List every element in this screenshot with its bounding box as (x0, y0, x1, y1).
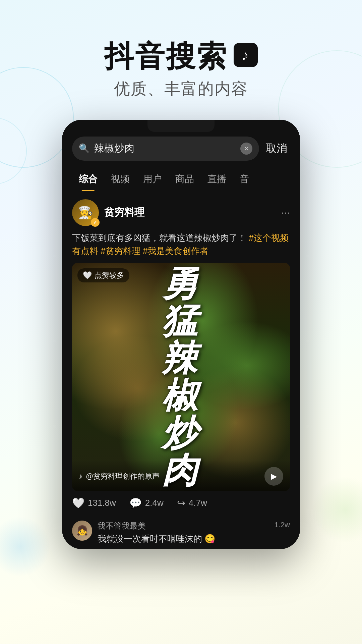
tiktok-small-icon: ♪ (79, 472, 82, 481)
tab-综合[interactable]: 综合 (72, 167, 104, 191)
tab-音[interactable]: 音 (233, 167, 256, 191)
shares-value: 4.7w (189, 498, 207, 508)
share-icon: ↪ (177, 497, 185, 509)
header-section: 抖音搜索 ♪ 优质、丰富的内容 (0, 0, 362, 120)
comments-value: 2.4w (145, 498, 164, 508)
title-text: 抖音搜索 (104, 40, 228, 73)
video-overlay-text: 勇 猛 辣 椒 炒 肉 (162, 265, 198, 489)
phone-wrapper: 🔍 辣椒炒肉 ✕ 取消 综合 视频 用户 商品 (0, 120, 362, 549)
verified-badge: ✓ (91, 218, 100, 227)
engagement-bar: 🤍 131.8w 💬 2.4w ↪ 4.7w (72, 491, 290, 515)
video-text-line-6: 肉 (162, 451, 198, 489)
search-clear-button[interactable]: ✕ (240, 143, 252, 155)
phone-frame: 🔍 辣椒炒肉 ✕ 取消 综合 视频 用户 商品 (62, 120, 300, 549)
comment-content: 我不管我最美 我就没一次看时不咽唾沫的 😋 (98, 521, 269, 545)
likes-count[interactable]: 🤍 131.8w (72, 497, 116, 509)
video-container[interactable]: 勇 猛 辣 椒 炒 肉 🤍 点赞较多 ♪ (72, 263, 290, 491)
comment-icon: 💬 (129, 497, 142, 509)
post-text: 下饭菜到底有多凶猛，就看这道辣椒炒肉了！ #这个视频有点料 #贫穷料理 #我是美… (72, 231, 290, 258)
user-name[interactable]: 贫穷料理 (104, 206, 144, 219)
comment-preview: 👧 我不管我最美 我就没一次看时不咽唾沫的 😋 1.2w (72, 515, 290, 545)
more-options-button[interactable]: ··· (281, 206, 290, 219)
tab-label-4: 直播 (207, 174, 226, 184)
video-text-line-5: 炒 (162, 414, 198, 451)
tab-label-3: 商品 (175, 174, 194, 184)
likes-badge: 🤍 点赞较多 (77, 268, 129, 282)
tab-商品[interactable]: 商品 (169, 167, 201, 191)
tab-label-5: 音 (240, 174, 249, 184)
video-text-line-3: 辣 (162, 340, 198, 377)
video-text-line-1: 勇 (162, 265, 198, 302)
tab-label-0: 综合 (79, 174, 98, 184)
comment-username: 我不管我最美 (98, 521, 269, 531)
phone-notch (147, 120, 215, 132)
comment-count: 1.2w (275, 521, 290, 529)
tabs-area: 综合 视频 用户 商品 直播 音 (62, 167, 300, 191)
comments-count[interactable]: 💬 2.4w (129, 497, 164, 509)
hashtag-2[interactable]: #贫穷料理 (101, 246, 140, 256)
video-text-line-2: 猛 (162, 302, 198, 339)
phone-screen: 🔍 辣椒炒肉 ✕ 取消 综合 视频 用户 商品 (62, 120, 300, 549)
app-title: 抖音搜索 ♪ (0, 40, 362, 73)
cancel-button[interactable]: 取消 (266, 141, 290, 156)
user-card: ✓ 贫穷料理 ··· (72, 199, 290, 226)
subtitle: 优质、丰富的内容 (0, 78, 362, 100)
logo-symbol: ♪ (241, 47, 250, 63)
tab-用户[interactable]: 用户 (136, 167, 169, 191)
search-icon: 🔍 (79, 143, 89, 154)
video-source-text: @贫穷料理创作的原声 (86, 471, 160, 481)
shares-count[interactable]: ↪ 4.7w (177, 497, 207, 509)
video-source: ♪ @贫穷料理创作的原声 (79, 471, 160, 481)
likes-value: 131.8w (88, 498, 116, 508)
heart-icon: 🤍 (72, 497, 84, 509)
tiktok-logo-icon: ♪ (234, 43, 258, 67)
search-input-box[interactable]: 🔍 辣椒炒肉 ✕ (72, 137, 259, 161)
comment-text: 我就没一次看时不咽唾沫的 😋 (98, 533, 269, 545)
comment-avatar: 👧 (72, 521, 92, 541)
video-text-line-4: 椒 (162, 377, 198, 414)
tab-label-2: 用户 (143, 174, 162, 184)
play-button[interactable]: ▶ (264, 467, 283, 486)
heart-icon: 🤍 (83, 271, 92, 280)
tab-label-1: 视频 (111, 174, 130, 184)
tab-直播[interactable]: 直播 (201, 167, 233, 191)
search-query: 辣椒炒肉 (94, 142, 236, 155)
hashtag-3[interactable]: #我是美食创作者 (143, 246, 208, 256)
tab-视频[interactable]: 视频 (104, 167, 136, 191)
likes-badge-text: 点赞较多 (95, 270, 124, 280)
content-area: ✓ 贫穷料理 ··· 下饭菜到底有多凶猛，就看这道辣椒炒肉了！ #这个视频有点料… (62, 191, 300, 549)
post-body: 下饭菜到底有多凶猛，就看这道辣椒炒肉了！ (72, 233, 246, 243)
